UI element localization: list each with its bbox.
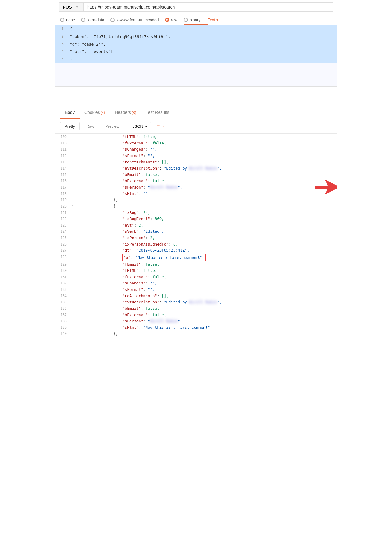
json-line-139: 139 "sHtml": "Now this is a first commen… — [55, 324, 337, 331]
json-line-127: 127 "dt": "2019-05-23T05:25:41Z", — [55, 247, 337, 254]
json-line-119: 119 }, — [55, 197, 337, 203]
json-line-134: 134 "rgAttachments": [], — [55, 293, 337, 299]
method-label: POST — [63, 5, 74, 9]
json-line-123: 123 "evt": 2, — [55, 222, 337, 229]
json-line-135: 135 "evtDescription": "Edited by Kirill … — [55, 299, 337, 306]
json-line-112: 112 "sFormat": "", — [55, 153, 337, 159]
radio-label-formdata: form-data — [87, 17, 104, 22]
url-input[interactable] — [83, 2, 333, 12]
radio-dot-raw — [165, 18, 169, 22]
radio-dot-binary — [184, 18, 188, 22]
json-line-121: 121 "ixBug": 24, — [55, 210, 337, 216]
radio-binary[interactable]: binary — [184, 17, 200, 22]
json-line-116: 116 "bExternal": false, — [55, 178, 337, 184]
request-line-3: 3"q": "case:24", — [55, 41, 337, 48]
json-line-133: 133 "sFormat": "", — [55, 287, 337, 293]
format-bar: Pretty Raw Preview JSON ▾ ≡→ — [55, 119, 337, 134]
json-line-129: 129 "fEmail": false, — [55, 261, 337, 268]
json-line-136: 136 "bEmail": false, — [55, 306, 337, 312]
json-chevron: ▾ — [145, 124, 147, 129]
format-pretty[interactable]: Pretty — [60, 122, 80, 130]
tab-headers[interactable]: Headers(8) — [110, 106, 141, 119]
json-line-120: 120▾ { — [55, 203, 337, 210]
svg-marker-0 — [315, 179, 337, 195]
json-line-124: 124 "sVerb": "Edited", — [55, 228, 337, 235]
wrap-icon[interactable]: ≡→ — [154, 122, 169, 131]
headers-badge: (8) — [132, 111, 136, 115]
request-line-5: 5} — [55, 56, 337, 63]
json-line-109: 109 "fHTML": false, — [55, 134, 337, 140]
format-raw[interactable]: Raw — [82, 122, 99, 130]
json-line-132: 132 "sChanges": "", — [55, 280, 337, 287]
red-arrow-svg — [315, 178, 337, 196]
request-body-editor[interactable]: 1{2"token": "7fp71jlalhlmq96gi894f7klv9h… — [55, 25, 337, 87]
request-line-1: 1{ — [55, 25, 337, 33]
radio-formdata[interactable]: form-data — [81, 17, 104, 22]
json-line-111: 111 "sChanges": "", — [55, 146, 337, 153]
json-line-125: 125 "ixPerson": 2, — [55, 235, 337, 241]
response-tabs: Body Cookies(4) Headers(8) Test Results — [55, 106, 337, 119]
format-preview[interactable]: Preview — [101, 122, 124, 130]
radio-dot-urlencoded — [110, 18, 115, 22]
editor-extra-space — [55, 87, 337, 105]
json-line-117: 117 "sPerson": "Kirill Rukin", — [55, 184, 337, 191]
request-line-4: 4"cols": ["events"] — [55, 48, 337, 56]
tab-test-results[interactable]: Test Results — [141, 106, 174, 119]
radio-label-urlencoded: x-www-form-urlencoded — [117, 17, 159, 22]
json-type-label: JSON — [133, 124, 143, 129]
json-type-select[interactable]: JSON ▾ — [129, 122, 151, 130]
text-type-selector[interactable]: Text ▾ — [208, 17, 218, 22]
radio-label-binary: binary — [190, 17, 200, 22]
method-chevron: ▾ — [76, 6, 78, 9]
json-line-131: 131 "fExternal": false, — [55, 274, 337, 280]
json-line-122: 122 "ixBugEvent": 369, — [55, 216, 337, 222]
method-select[interactable]: POST ▾ — [59, 2, 83, 12]
request-line-2: 2"token": "7fp71jlalhlmq96gi894f7klv9hi9… — [55, 33, 337, 41]
json-line-138: 138 "sPerson": "Kirill Rukin", — [55, 318, 337, 324]
cookies-badge: (4) — [101, 111, 105, 115]
json-line-110: 110 "fExternal": false, — [55, 140, 337, 147]
json-viewer: 109 "fHTML": false,110 "fExternal": fals… — [55, 134, 337, 337]
json-line-113: 113 "rgAttachments": [], — [55, 159, 337, 166]
text-type-label: Text — [208, 17, 215, 22]
url-bar: POST ▾ — [55, 0, 337, 14]
radio-raw[interactable]: raw — [165, 17, 177, 22]
radio-dot-none — [60, 18, 64, 22]
json-line-128: 128 "s": "Now this is a first comment",➤ — [55, 254, 337, 261]
radio-urlencoded[interactable]: x-www-form-urlencoded — [110, 17, 159, 22]
json-line-126: 126 "ixPersonAssignedTo": 0, — [55, 241, 337, 248]
json-line-137: 137 "bExternal": false, — [55, 312, 337, 318]
text-type-chevron: ▾ — [216, 17, 218, 22]
tab-cookies[interactable]: Cookies(4) — [80, 106, 110, 119]
radio-label-none: none — [66, 17, 75, 22]
json-line-114: 114 "evtDescription": "Edited by Kirill … — [55, 165, 337, 172]
json-line-115: 115 "bEmail": false, — [55, 172, 337, 178]
json-line-118: 118 "sHtml": "" — [55, 191, 337, 197]
json-line-140: 140 }, — [55, 331, 337, 337]
radio-none[interactable]: none — [60, 17, 75, 22]
tab-body[interactable]: Body — [60, 106, 80, 119]
radio-label-raw: raw — [171, 17, 177, 22]
body-type-bar: none form-data x-www-form-urlencoded raw… — [55, 14, 337, 25]
json-line-130: 130 "fHTML": false, — [55, 268, 337, 274]
radio-dot-formdata — [81, 18, 85, 22]
